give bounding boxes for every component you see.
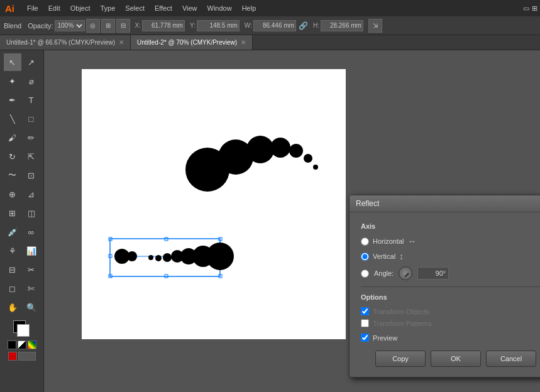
toolbox: ↖ ↗ ✦ ⌀ ✒ T ╲ □ 🖌 ✏ ↻ ⇱ <box>0 50 44 392</box>
menu-window[interactable]: Window <box>202 3 237 13</box>
h-input[interactable] <box>321 20 363 31</box>
extra-swatch[interactable] <box>18 352 36 361</box>
selection-tool[interactable]: ↖ <box>4 53 21 71</box>
vertical-label[interactable]: Vertical <box>373 253 395 260</box>
hand-tool[interactable]: ✋ <box>4 298 21 316</box>
angle-dial[interactable] <box>399 266 412 280</box>
canvas-area[interactable]: Reflect Axis Horizontal ↔ Vertical <box>44 50 540 392</box>
cancel-button[interactable]: Cancel <box>486 351 536 367</box>
menu-type[interactable]: Type <box>96 3 121 13</box>
dialog-title-bar: Reflect <box>350 195 540 212</box>
tab-untitled2[interactable]: Untitled-2* @ 70% (CMYK/Preview) ✕ <box>131 35 253 50</box>
lasso-tool[interactable]: ⌀ <box>23 72 40 90</box>
type-tool[interactable]: T <box>23 91 40 109</box>
mesh-tool[interactable]: ⊞ <box>4 204 21 222</box>
svg-point-20 <box>171 250 184 263</box>
grid-icon[interactable]: ⊞ <box>101 19 115 33</box>
menu-select[interactable]: Select <box>120 3 150 13</box>
slice-tool[interactable]: ✂ <box>23 261 40 278</box>
direct-selection-tool[interactable]: ↗ <box>23 53 40 71</box>
h-label: H: <box>313 22 319 29</box>
menu-help[interactable]: Help <box>237 3 262 13</box>
app-logo: Ai <box>3 3 17 14</box>
paintbrush-tool[interactable]: 🖌 <box>4 129 21 146</box>
constrain-icon[interactable]: ⇲ <box>368 19 382 33</box>
opacity-section: Opacity: 100% ◎ ⊞ ⊟ <box>28 19 129 33</box>
none-swatch[interactable] <box>18 340 26 349</box>
x-label: X: <box>135 22 141 29</box>
opacity-label: Opacity: <box>28 22 53 30</box>
x-input[interactable] <box>142 20 185 31</box>
tab-untitled1[interactable]: Untitled-1* @ 66.67% (CMYK/Preview) ✕ <box>0 35 131 50</box>
angle-radio[interactable] <box>361 270 369 278</box>
zoom-tool[interactable]: 🔍 <box>23 298 40 316</box>
transform-patterns-checkbox[interactable] <box>361 319 369 327</box>
link-dimensions-icon[interactable]: 🔗 <box>299 21 308 30</box>
magic-wand-tool[interactable]: ✦ <box>4 72 21 90</box>
symbol-tool[interactable]: ⚘ <box>4 242 21 259</box>
pattern-icon[interactable]: ⊟ <box>116 19 130 33</box>
angle-label[interactable]: Angle: <box>374 270 394 277</box>
tab-bar: Untitled-1* @ 66.67% (CMYK/Preview) ✕ Un… <box>0 35 540 50</box>
arrange-icon[interactable]: ⊞ <box>532 4 537 13</box>
red-swatch[interactable] <box>8 352 17 361</box>
ok-button[interactable]: OK <box>431 351 481 367</box>
w-input[interactable] <box>253 20 296 31</box>
stroke-swatch[interactable] <box>17 324 30 337</box>
scale-tool[interactable]: ⇱ <box>23 148 40 165</box>
opacity-options-icon[interactable]: ◎ <box>86 19 100 33</box>
blend-label: Blend <box>4 22 21 30</box>
tab1-close[interactable]: ✕ <box>119 39 124 46</box>
transform-objects-row: Transform Objects <box>361 307 540 315</box>
vertical-radio[interactable] <box>361 253 369 261</box>
pen-tool[interactable]: ✒ <box>4 91 21 109</box>
svg-point-4 <box>289 144 303 158</box>
rotate-tool[interactable]: ↻ <box>4 148 21 165</box>
angle-input[interactable] <box>417 267 449 280</box>
gradient-swatch[interactable] <box>28 340 36 349</box>
opacity-select[interactable]: 100% <box>55 20 85 31</box>
options-section: Options Transform Objects Transform Patt… <box>361 293 540 327</box>
shape-builder-tool[interactable]: ⊕ <box>4 185 21 203</box>
warp-tool[interactable]: 〜 <box>4 166 21 184</box>
scissors-tool[interactable]: ✄ <box>23 280 40 297</box>
perspective-tool[interactable]: ⊿ <box>23 185 40 203</box>
blend-tool[interactable]: ∞ <box>23 223 40 241</box>
shape-tool[interactable]: □ <box>23 110 40 128</box>
eyedropper-tool[interactable]: 💉 <box>4 223 21 241</box>
horizontal-axis-icon: ↔ <box>408 236 417 246</box>
color-swatch-black[interactable] <box>8 340 16 349</box>
y-input[interactable] <box>197 20 240 31</box>
copy-button[interactable]: Copy <box>375 351 426 367</box>
preview-label[interactable]: Preview <box>373 334 397 342</box>
gradient-tool[interactable]: ◫ <box>23 204 40 222</box>
pencil-tool[interactable]: ✏ <box>23 129 40 146</box>
toolbar: Blend Opacity: 100% ◎ ⊞ ⊟ X: Y: W: 🔗 H: … <box>0 16 540 35</box>
horizontal-radio[interactable] <box>361 237 369 246</box>
menu-file[interactable]: File <box>22 3 43 13</box>
tab2-close[interactable]: ✕ <box>241 39 246 46</box>
reflect-dialog: Reflect Axis Horizontal ↔ Vertical <box>349 195 540 378</box>
free-transform-tool[interactable]: ⊡ <box>23 166 40 184</box>
transform-objects-label[interactable]: Transform Objects <box>373 308 429 315</box>
eraser-tool[interactable]: ◻ <box>4 280 21 297</box>
options-label: Options <box>361 293 540 301</box>
column-graph-tool[interactable]: 📊 <box>23 242 40 259</box>
svg-point-3 <box>270 138 290 158</box>
dialog-title: Reflect <box>356 199 379 208</box>
document-setup-icon[interactable]: ▭ <box>523 4 529 13</box>
horizontal-label[interactable]: Horizontal <box>373 237 404 245</box>
menu-edit[interactable]: Edit <box>43 3 65 13</box>
line-tool[interactable]: ╲ <box>4 110 21 128</box>
menu-view[interactable]: View <box>177 3 202 13</box>
menu-object[interactable]: Object <box>65 3 96 13</box>
transform-objects-checkbox[interactable] <box>361 307 369 315</box>
transform-patterns-label[interactable]: Transform Patterns <box>373 320 432 327</box>
vertical-axis-icon: ↕ <box>399 251 404 261</box>
canvas-svg <box>82 69 346 339</box>
transform-patterns-row: Transform Patterns <box>361 319 540 327</box>
menu-effect[interactable]: Effect <box>150 3 177 13</box>
angle-row: Angle: <box>361 266 540 280</box>
artboard-tool[interactable]: ⊟ <box>4 261 21 278</box>
preview-checkbox[interactable] <box>361 334 369 342</box>
